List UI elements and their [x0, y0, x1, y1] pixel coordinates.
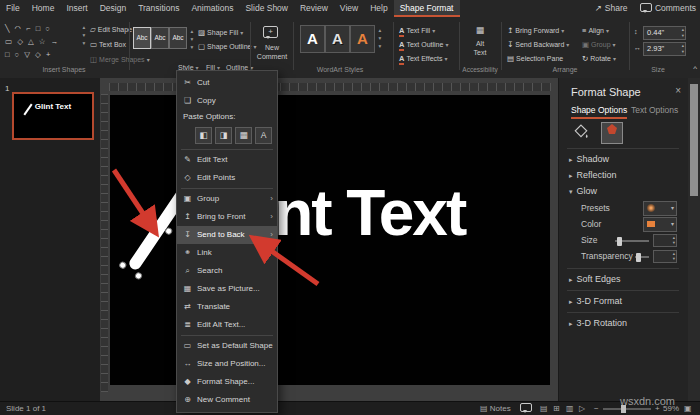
glow-size-field[interactable]: ▴▾ — [653, 234, 677, 247]
text-fill-button[interactable]: AText Fill▾ — [399, 26, 435, 35]
wordart-preset-2[interactable]: A — [325, 25, 350, 53]
shapes-gallery[interactable]: ╲ ◠ ⌐ □ ○ ▭ ◇ △ ☆ → □ ○ ▽ ◇ + — [5, 22, 79, 61]
view-slideshow-button[interactable]: ▷ — [579, 402, 585, 415]
wordart-preset-1[interactable]: A — [300, 25, 325, 53]
comments-button[interactable]: Comments — [640, 3, 696, 13]
scrollbar-thumb[interactable] — [690, 84, 698, 196]
tab-design[interactable]: Design — [94, 0, 132, 17]
paste-picture-icon[interactable]: ▦ — [235, 127, 252, 144]
view-reading-button[interactable]: ▥ — [566, 402, 574, 415]
zoom-slider[interactable] — [603, 408, 651, 410]
menu-item-bring-to-front[interactable]: ↥Bring to Front› — [177, 208, 277, 226]
slide-indicator: Slide 1 of 1 — [6, 402, 46, 415]
shapes-row-1[interactable]: ╲ ◠ ⌐ □ ○ — [5, 22, 79, 35]
menu-item-save-as-picture[interactable]: ▦Save as Picture... — [177, 280, 277, 298]
menu-item-format-shape[interactable]: ◆Format Shape... — [177, 373, 277, 391]
wordart-scroll[interactable]: ▴▾▾ — [376, 26, 384, 50]
glow-presets-dropdown[interactable]: ▾ — [643, 201, 677, 216]
selection-handle[interactable] — [134, 271, 144, 281]
glow-transparency-field[interactable]: ▴▾ — [653, 250, 677, 263]
shapes-gallery-scroll[interactable]: ▴▾▾ — [80, 23, 88, 47]
submenu-arrow-icon: › — [270, 244, 273, 262]
tab-file[interactable]: File — [0, 0, 26, 17]
menu-item-link[interactable]: ⚭Link› — [177, 244, 277, 262]
collapse-ribbon-button[interactable]: ^ — [693, 64, 697, 73]
shapes-row-2[interactable]: ▭ ◇ △ ☆ → — [5, 35, 79, 48]
close-pane-icon[interactable]: × — [675, 85, 681, 96]
effects-icon[interactable] — [601, 122, 623, 144]
menu-item-edit-points[interactable]: ◇Edit Points — [177, 169, 277, 187]
menu-item-group[interactable]: ▣Group› — [177, 190, 277, 208]
shape-style-preset-3[interactable]: Abc — [169, 27, 187, 49]
section-glow[interactable]: ▾Glow — [569, 186, 597, 196]
selection-handle[interactable] — [164, 226, 174, 236]
section-reflection[interactable]: ▸Reflection — [569, 170, 617, 180]
text-outline-button[interactable]: AText Outline▾ — [399, 40, 448, 49]
vertical-scrollbar[interactable] — [688, 78, 700, 401]
tab-help[interactable]: Help — [364, 0, 393, 17]
menu-item-translate[interactable]: ⇄Translate — [177, 298, 277, 316]
menu-item-cut[interactable]: ✂Cut — [177, 74, 277, 92]
fit-to-window-button[interactable]: ▣ — [684, 402, 692, 415]
shape-fill-button[interactable]: ▨Shape Fill▾ — [198, 28, 243, 37]
shape-outline-button[interactable]: ▢Shape Outline▾ — [198, 42, 256, 51]
wordart-preset-3[interactable]: A — [350, 25, 375, 53]
status-bar: Slide 1 of 1 ▤ Notes ▤ ⊞ ▥ ▷ − + 59% ▣ — [0, 401, 700, 415]
tab-text-options[interactable]: Text Options — [631, 105, 678, 115]
edit-shape-icon: ▱ — [90, 25, 96, 34]
menu-item-edit-alt-text[interactable]: ≣Edit Alt Text... — [177, 316, 277, 334]
share-button[interactable]: ↗Share — [595, 3, 628, 13]
tab-review[interactable]: Review — [294, 0, 334, 17]
menu-item-size-and-position[interactable]: ↔Size and Position... — [177, 355, 277, 373]
menu-item-search[interactable]: ⌕Search — [177, 262, 277, 280]
paste-destination-theme-icon[interactable]: ◧ — [195, 127, 212, 144]
tab-transitions[interactable]: Transitions — [132, 0, 185, 17]
align-button[interactable]: ≡Align▾ — [582, 26, 609, 35]
fill-line-icon[interactable] — [573, 124, 589, 142]
menu-item-new-comment[interactable]: ⊕New Comment — [177, 391, 277, 409]
merge-shapes-button[interactable]: ◫Merge Shapes▾ — [90, 55, 150, 64]
view-normal-button[interactable]: ▤ — [540, 402, 548, 415]
shape-style-preset-1[interactable]: Abc — [133, 27, 151, 49]
search-icon: ⌕ — [181, 262, 194, 280]
rotate-button[interactable]: ↻Rotate▾ — [582, 54, 616, 63]
tab-slide-show[interactable]: Slide Show — [239, 0, 294, 17]
slide-thumbnail[interactable]: Glint Text — [12, 92, 94, 140]
bring-forward-button[interactable]: ↥Bring Forward▾ — [507, 26, 564, 35]
menu-item-copy[interactable]: ❏Copy — [177, 92, 277, 110]
menu-item-set-as-default-shape[interactable]: ▭Set as Default Shape — [177, 337, 277, 355]
glow-size-slider[interactable] — [615, 240, 649, 242]
shape-styles-scroll[interactable]: ▴▾▾ — [188, 27, 196, 51]
paste-text-only-icon[interactable]: A — [255, 127, 272, 144]
tab-shape-options[interactable]: Shape Options — [571, 105, 627, 119]
comments-toggle[interactable] — [520, 402, 535, 415]
section-shadow[interactable]: ▸Shadow — [569, 154, 609, 164]
text-box-button[interactable]: ▭Text Box — [90, 40, 126, 49]
notes-button[interactable]: ▤ Notes — [480, 402, 511, 415]
rotate-icon: ↻ — [582, 54, 588, 63]
selection-handle[interactable] — [118, 260, 128, 270]
shape-height-field[interactable]: 0.44"▴▾ — [643, 26, 686, 40]
menu-item-send-to-back[interactable]: ↧Send to Back› — [177, 226, 277, 244]
tab-view[interactable]: View — [334, 0, 364, 17]
shape-style-preset-2[interactable]: Abc — [151, 27, 169, 49]
menu-item-edit-text[interactable]: ✎Edit Text — [177, 151, 277, 169]
shapes-row-3[interactable]: □ ○ ▽ ◇ + — [5, 48, 79, 61]
tab-shape-format[interactable]: Shape Format — [394, 0, 460, 17]
text-effects-button[interactable]: AText Effects▾ — [399, 54, 448, 63]
glow-color-dropdown[interactable]: ▾ — [643, 217, 677, 232]
group-button[interactable]: ▣Group▾ — [582, 40, 616, 49]
selection-pane-button[interactable]: ▤Selection Pane — [507, 54, 563, 63]
section-3d-format[interactable]: ▸3-D Format — [569, 296, 622, 306]
tab-home[interactable]: Home — [26, 0, 61, 17]
glow-transparency-slider[interactable] — [635, 256, 649, 258]
section-soft-edges[interactable]: ▸Soft Edges — [569, 274, 621, 284]
paste-keep-source-icon[interactable]: ◨ — [215, 127, 232, 144]
view-slide-sorter-button[interactable]: ⊞ — [553, 402, 560, 415]
zoom-out-button[interactable]: − — [594, 402, 599, 415]
tab-insert[interactable]: Insert — [60, 0, 93, 17]
tab-animations[interactable]: Animations — [185, 0, 239, 17]
section-3d-rotation[interactable]: ▸3-D Rotation — [569, 318, 627, 328]
shape-width-field[interactable]: 2.93"▴▾ — [643, 42, 686, 56]
send-backward-button[interactable]: ↧Send Backward▾ — [507, 40, 569, 49]
